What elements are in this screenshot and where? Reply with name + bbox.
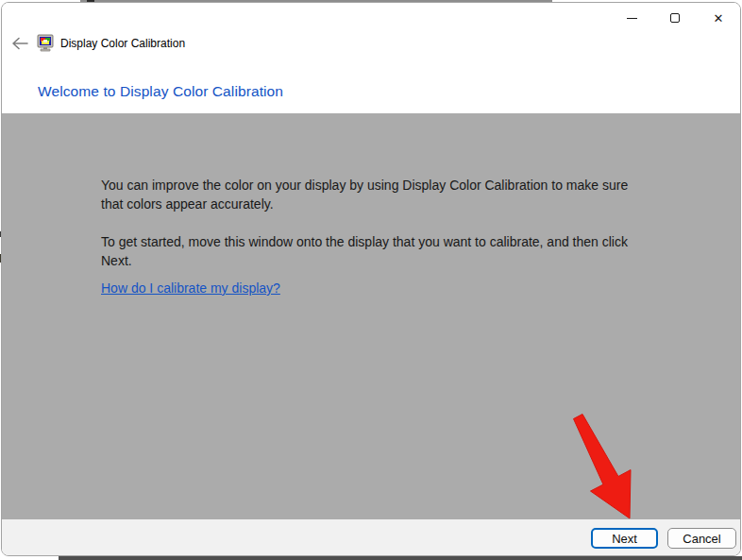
app-title: Display Color Calibration — [60, 37, 185, 50]
footer-bar: Next Cancel — [2, 519, 740, 555]
display-color-calibration-window: ✕ Display Color Calibration Welcome to D… — [1, 2, 741, 556]
minimize-button[interactable] — [610, 3, 653, 33]
minimize-icon — [627, 18, 637, 19]
back-button[interactable] — [9, 33, 30, 54]
back-arrow-icon — [11, 37, 28, 50]
window-controls: ✕ — [610, 3, 740, 33]
page-title: Welcome to Display Color Calibration — [38, 83, 283, 100]
help-link[interactable]: How do I calibrate my display? — [101, 280, 280, 296]
title-bar[interactable]: ✕ — [2, 3, 740, 33]
display-color-calibration-app-icon — [37, 34, 55, 52]
close-icon: ✕ — [714, 12, 724, 25]
maximize-button[interactable] — [653, 3, 697, 33]
instructions-paragraph: To get started, move this window onto th… — [101, 232, 644, 270]
close-button[interactable]: ✕ — [697, 3, 740, 33]
calibration-content-area: You can improve the color on your displa… — [2, 113, 740, 520]
nav-row: Display Color Calibration — [2, 33, 740, 58]
cancel-button[interactable]: Cancel — [667, 528, 736, 549]
intro-paragraph: You can improve the color on your displa… — [101, 176, 644, 213]
maximize-icon — [670, 13, 680, 23]
next-button[interactable]: Next — [591, 528, 658, 549]
background-window-sliver-bottom — [59, 556, 742, 560]
